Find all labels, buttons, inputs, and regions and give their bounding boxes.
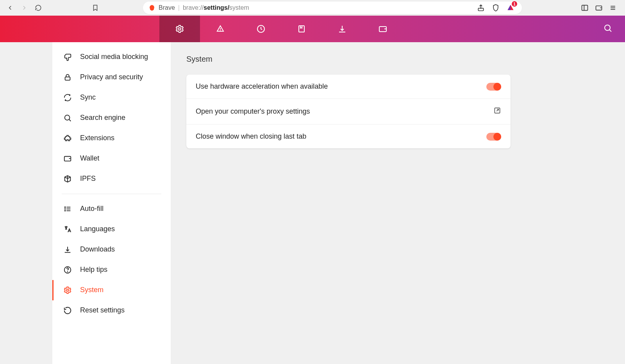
sidebar-item-ipfs[interactable]: IPFS: [52, 169, 171, 189]
svg-point-26: [68, 271, 68, 272]
sidebar-item-label: Sync: [80, 93, 96, 102]
settings-card: Use hardware acceleration when available…: [186, 75, 511, 148]
thumbs-down-icon: [63, 52, 72, 62]
help-icon: [63, 265, 72, 275]
sidebar-item-label: Extensions: [80, 134, 114, 143]
svg-line-17: [69, 120, 71, 121]
setting-close-last-tab: Close window when closing last tab: [186, 125, 511, 148]
gear-icon: [63, 285, 72, 295]
settings-body: Social media blocking Privacy and securi…: [0, 42, 625, 364]
svg-rect-1: [582, 5, 588, 10]
sidebar-item-autofill[interactable]: Auto-fill: [52, 199, 171, 219]
sidebar-item-label: Wallet: [80, 154, 99, 163]
sidebar-item-privacy[interactable]: Privacy and security: [52, 67, 171, 87]
setting-label: Close window when closing last tab: [196, 132, 306, 141]
sidebar-item-helptips[interactable]: Help tips: [52, 260, 171, 280]
sidebar-item-languages[interactable]: Languages: [52, 219, 171, 239]
tab-settings[interactable]: [159, 16, 200, 42]
svg-point-19: [65, 207, 66, 208]
lock-icon: [63, 73, 72, 82]
sidebar-item-social-media[interactable]: Social media blocking: [52, 47, 171, 67]
url-scheme-label: Brave: [159, 4, 175, 11]
sidebar-item-label: Auto-fill: [80, 204, 104, 213]
svg-line-14: [609, 30, 611, 32]
puzzle-icon: [63, 134, 72, 143]
share-icon[interactable]: [475, 2, 487, 14]
sidebar-item-label: Reset settings: [80, 306, 125, 315]
download-icon: [63, 245, 72, 254]
sidebar-item-label: IPFS: [80, 174, 96, 183]
rewards-badge: 1: [512, 1, 517, 7]
svg-point-21: [65, 209, 66, 209]
sidebar-item-label: Languages: [80, 225, 115, 234]
translate-icon: [63, 225, 72, 234]
sidebar-divider: [62, 194, 161, 194]
sidebar-item-reset[interactable]: Reset settings: [52, 300, 171, 321]
brave-shields-icon[interactable]: [490, 2, 502, 14]
forward-button[interactable]: [19, 2, 30, 13]
settings-header: [0, 16, 625, 42]
setting-hardware-accel: Use hardware acceleration when available: [186, 75, 511, 99]
svg-point-27: [66, 289, 69, 291]
setting-proxy-link[interactable]: Open your computer's proxy settings: [186, 99, 511, 125]
settings-sidebar: Social media blocking Privacy and securi…: [52, 42, 171, 364]
brave-rewards-icon[interactable]: 1: [505, 2, 516, 14]
setting-label: Use hardware acceleration when available: [196, 82, 328, 91]
address-bar[interactable]: Brave | brave://settings/system 1: [143, 2, 522, 14]
search-icon: [63, 113, 72, 123]
cube-icon: [63, 174, 72, 184]
address-url: brave://settings/system: [183, 4, 249, 11]
bookmark-button[interactable]: [90, 2, 101, 13]
sidebar-item-label: Social media blocking: [80, 52, 148, 61]
brave-logo-icon: [148, 4, 155, 11]
svg-point-16: [65, 115, 70, 120]
sidebar-item-label: System: [80, 285, 104, 294]
svg-rect-15: [65, 77, 70, 80]
sync-icon: [63, 93, 72, 102]
menu-button[interactable]: [607, 2, 619, 14]
sidebar-item-label: Privacy and security: [80, 73, 143, 82]
sidebar-item-downloads[interactable]: Downloads: [52, 239, 171, 260]
svg-point-9: [220, 31, 221, 31]
tab-shields[interactable]: [200, 16, 241, 42]
external-link-icon: [493, 107, 501, 116]
sidebar-toggle-icon[interactable]: [579, 2, 591, 14]
close-last-tab-toggle[interactable]: [486, 133, 501, 141]
reset-icon: [63, 306, 72, 315]
setting-label: Open your computer's proxy settings: [196, 107, 310, 116]
browser-toolbar: Brave | brave://settings/system 1: [0, 0, 625, 16]
settings-content: System Use hardware acceleration when av…: [171, 42, 625, 364]
svg-point-7: [179, 28, 181, 30]
page-title: System: [186, 55, 609, 64]
settings-search-button[interactable]: [603, 23, 612, 34]
tab-bookmarks[interactable]: [281, 16, 322, 42]
tab-wallet[interactable]: [362, 16, 403, 42]
sidebar-item-label: Help tips: [80, 265, 107, 274]
list-icon: [63, 204, 72, 214]
sidebar-item-label: Downloads: [80, 245, 115, 254]
hardware-accel-toggle[interactable]: [486, 83, 501, 91]
sidebar-item-system[interactable]: System: [52, 280, 171, 300]
tab-history[interactable]: [241, 16, 281, 42]
sidebar-item-label: Search engine: [80, 113, 125, 122]
sidebar-item-extensions[interactable]: Extensions: [52, 128, 171, 148]
sidebar-item-wallet[interactable]: Wallet: [52, 148, 171, 169]
wallet-toolbar-icon[interactable]: [593, 2, 605, 14]
svg-point-13: [605, 25, 610, 30]
sidebar-item-sync[interactable]: Sync: [52, 87, 171, 108]
wallet-icon: [63, 154, 72, 163]
back-button[interactable]: [5, 2, 16, 13]
tab-downloads[interactable]: [322, 16, 362, 42]
reload-button[interactable]: [33, 2, 44, 13]
sidebar-item-search[interactable]: Search engine: [52, 108, 171, 128]
svg-point-23: [65, 211, 66, 211]
